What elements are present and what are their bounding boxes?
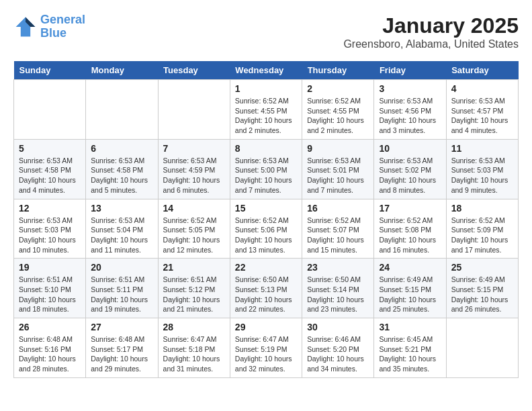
calendar-cell: 28Sunrise: 6:47 AM Sunset: 5:18 PM Dayli… [158, 318, 230, 378]
day-number: 25 [451, 262, 513, 273]
calendar-cell: 12Sunrise: 6:53 AM Sunset: 5:03 PM Dayli… [14, 199, 86, 259]
calendar-week-row: 26Sunrise: 6:48 AM Sunset: 5:16 PM Dayli… [14, 318, 519, 378]
day-info: Sunrise: 6:47 AM Sunset: 5:18 PM Dayligh… [163, 334, 225, 374]
day-info: Sunrise: 6:53 AM Sunset: 5:02 PM Dayligh… [379, 156, 441, 195]
calendar-cell: 7Sunrise: 6:53 AM Sunset: 4:59 PM Daylig… [158, 139, 230, 199]
day-number: 28 [163, 322, 225, 332]
day-info: Sunrise: 6:50 AM Sunset: 5:14 PM Dayligh… [307, 275, 369, 314]
day-number: 8 [235, 143, 297, 154]
day-number: 16 [307, 203, 369, 214]
weekday-header: Sunday [14, 61, 86, 80]
day-info: Sunrise: 6:51 AM Sunset: 5:12 PM Dayligh… [163, 275, 225, 314]
logo-text: General Blue [40, 13, 85, 40]
day-info: Sunrise: 6:47 AM Sunset: 5:19 PM Dayligh… [235, 334, 297, 374]
day-info: Sunrise: 6:53 AM Sunset: 5:03 PM Dayligh… [19, 216, 81, 255]
title-block: January 2025 Greensboro, Alabama, United… [343, 13, 519, 50]
calendar-cell: 14Sunrise: 6:52 AM Sunset: 5:05 PM Dayli… [158, 199, 230, 259]
day-info: Sunrise: 6:52 AM Sunset: 5:05 PM Dayligh… [163, 216, 225, 255]
day-info: Sunrise: 6:53 AM Sunset: 4:57 PM Dayligh… [451, 96, 513, 136]
day-info: Sunrise: 6:46 AM Sunset: 5:20 PM Dayligh… [307, 334, 369, 374]
day-number: 29 [235, 322, 297, 332]
day-number: 12 [19, 203, 81, 214]
day-info: Sunrise: 6:52 AM Sunset: 4:55 PM Dayligh… [307, 96, 369, 136]
day-number: 14 [163, 203, 225, 214]
calendar-week-row: 1Sunrise: 6:52 AM Sunset: 4:55 PM Daylig… [14, 80, 519, 140]
page-title: January 2025 [343, 13, 519, 38]
day-info: Sunrise: 6:53 AM Sunset: 5:00 PM Dayligh… [235, 156, 297, 195]
day-number: 23 [307, 262, 369, 273]
calendar-cell: 16Sunrise: 6:52 AM Sunset: 5:07 PM Dayli… [302, 199, 374, 259]
calendar-table: SundayMondayTuesdayWednesdayThursdayFrid… [13, 61, 519, 378]
day-info: Sunrise: 6:53 AM Sunset: 4:58 PM Dayligh… [91, 156, 152, 195]
calendar-cell: 24Sunrise: 6:49 AM Sunset: 5:15 PM Dayli… [374, 259, 446, 318]
weekday-header: Friday [374, 61, 446, 80]
day-info: Sunrise: 6:52 AM Sunset: 5:07 PM Dayligh… [307, 216, 369, 255]
logo: General Blue [13, 13, 85, 40]
day-info: Sunrise: 6:52 AM Sunset: 5:08 PM Dayligh… [379, 216, 441, 255]
day-info: Sunrise: 6:51 AM Sunset: 5:11 PM Dayligh… [91, 275, 152, 314]
calendar-cell: 9Sunrise: 6:53 AM Sunset: 5:01 PM Daylig… [302, 139, 374, 199]
calendar-cell: 10Sunrise: 6:53 AM Sunset: 5:02 PM Dayli… [374, 139, 446, 199]
day-number: 4 [451, 83, 513, 94]
calendar-cell: 20Sunrise: 6:51 AM Sunset: 5:11 PM Dayli… [86, 259, 158, 318]
calendar-cell: 31Sunrise: 6:45 AM Sunset: 5:21 PM Dayli… [374, 318, 446, 378]
calendar-cell: 13Sunrise: 6:53 AM Sunset: 5:04 PM Dayli… [86, 199, 158, 259]
day-info: Sunrise: 6:49 AM Sunset: 5:15 PM Dayligh… [379, 275, 441, 314]
calendar-cell: 25Sunrise: 6:49 AM Sunset: 5:15 PM Dayli… [446, 259, 518, 318]
logo-icon [13, 15, 38, 39]
day-number: 6 [91, 143, 152, 154]
day-number: 13 [91, 203, 152, 214]
calendar-cell: 4Sunrise: 6:53 AM Sunset: 4:57 PM Daylig… [446, 80, 518, 140]
day-number: 21 [163, 262, 225, 273]
calendar-week-row: 19Sunrise: 6:51 AM Sunset: 5:10 PM Dayli… [14, 259, 519, 318]
day-number: 19 [19, 262, 81, 273]
calendar-cell: 3Sunrise: 6:53 AM Sunset: 4:56 PM Daylig… [374, 80, 446, 140]
day-info: Sunrise: 6:45 AM Sunset: 5:21 PM Dayligh… [379, 334, 441, 374]
calendar-week-row: 12Sunrise: 6:53 AM Sunset: 5:03 PM Dayli… [14, 199, 519, 259]
day-info: Sunrise: 6:53 AM Sunset: 5:04 PM Dayligh… [91, 216, 152, 255]
weekday-header: Thursday [302, 61, 374, 80]
day-number: 27 [91, 322, 152, 332]
day-info: Sunrise: 6:53 AM Sunset: 5:03 PM Dayligh… [451, 156, 513, 195]
day-info: Sunrise: 6:51 AM Sunset: 5:10 PM Dayligh… [19, 275, 81, 314]
day-number: 26 [19, 322, 81, 332]
day-number: 11 [451, 143, 513, 154]
calendar-cell: 22Sunrise: 6:50 AM Sunset: 5:13 PM Dayli… [230, 259, 302, 318]
calendar-cell: 30Sunrise: 6:46 AM Sunset: 5:20 PM Dayli… [302, 318, 374, 378]
calendar-cell: 6Sunrise: 6:53 AM Sunset: 4:58 PM Daylig… [86, 139, 158, 199]
calendar-cell: 11Sunrise: 6:53 AM Sunset: 5:03 PM Dayli… [446, 139, 518, 199]
calendar-cell: 1Sunrise: 6:52 AM Sunset: 4:55 PM Daylig… [230, 80, 302, 140]
day-info: Sunrise: 6:52 AM Sunset: 5:09 PM Dayligh… [451, 216, 513, 255]
calendar-cell: 29Sunrise: 6:47 AM Sunset: 5:19 PM Dayli… [230, 318, 302, 378]
day-number: 9 [307, 143, 369, 154]
calendar-cell: 19Sunrise: 6:51 AM Sunset: 5:10 PM Dayli… [14, 259, 86, 318]
weekday-header: Monday [86, 61, 158, 80]
calendar-cell: 26Sunrise: 6:48 AM Sunset: 5:16 PM Dayli… [14, 318, 86, 378]
day-number: 18 [451, 203, 513, 214]
logo-line1: General [40, 13, 85, 26]
day-number: 20 [91, 262, 152, 273]
day-info: Sunrise: 6:52 AM Sunset: 5:06 PM Dayligh… [235, 216, 297, 255]
day-info: Sunrise: 6:52 AM Sunset: 4:55 PM Dayligh… [235, 96, 297, 136]
day-number: 24 [379, 262, 441, 273]
calendar-cell [86, 80, 158, 140]
day-info: Sunrise: 6:48 AM Sunset: 5:16 PM Dayligh… [19, 334, 81, 374]
calendar-cell: 27Sunrise: 6:48 AM Sunset: 5:17 PM Dayli… [86, 318, 158, 378]
weekday-header: Tuesday [158, 61, 230, 80]
day-info: Sunrise: 6:53 AM Sunset: 4:59 PM Dayligh… [163, 156, 225, 195]
day-info: Sunrise: 6:49 AM Sunset: 5:15 PM Dayligh… [451, 275, 513, 314]
calendar-cell: 15Sunrise: 6:52 AM Sunset: 5:06 PM Dayli… [230, 199, 302, 259]
calendar-cell: 21Sunrise: 6:51 AM Sunset: 5:12 PM Dayli… [158, 259, 230, 318]
calendar-cell: 2Sunrise: 6:52 AM Sunset: 4:55 PM Daylig… [302, 80, 374, 140]
calendar-week-row: 5Sunrise: 6:53 AM Sunset: 4:58 PM Daylig… [14, 139, 519, 199]
day-number: 5 [19, 143, 81, 154]
day-info: Sunrise: 6:53 AM Sunset: 4:58 PM Dayligh… [19, 156, 81, 195]
day-number: 31 [379, 322, 441, 332]
logo-line2: Blue [40, 26, 66, 40]
day-info: Sunrise: 6:50 AM Sunset: 5:13 PM Dayligh… [235, 275, 297, 314]
day-number: 10 [379, 143, 441, 154]
page-header: General Blue January 2025 Greensboro, Al… [13, 13, 519, 50]
calendar-cell [14, 80, 86, 140]
day-number: 1 [235, 83, 297, 94]
day-number: 2 [307, 83, 369, 94]
